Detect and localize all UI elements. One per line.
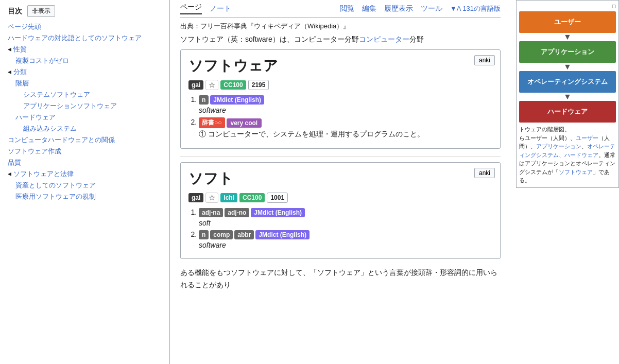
badge-jisho: 辞書○○	[199, 117, 225, 128]
entry1-title: ソフトウェア	[188, 56, 492, 76]
main-content: ページ ノート 閲覧 編集 履歴表示 ツール ▼A 131の言語版 出典：フリー…	[170, 0, 511, 364]
source-line: 出典：フリー百科事典『ウィキペディア（Wikipedia）』	[180, 22, 501, 31]
diagram-box: ◻ ユーザー ▼ アプリケーション ▼ オペレーティングシステム ▼ ハードウェ…	[516, 0, 619, 188]
entry1-def-text: ① コンピューターで、システムを処理・運用するプログラムのこと。	[199, 130, 492, 139]
entry1-def-2: 辞書○○ very cool ① コンピューターで、システムを処理・運用するプロ…	[199, 117, 492, 139]
toc-title: 目次	[8, 7, 22, 16]
badge-abbr: abbr	[234, 230, 254, 239]
tab-view[interactable]: 閲覧	[340, 4, 354, 13]
tab-tools[interactable]: ツール	[421, 4, 442, 13]
badge-cc100-1: CC100	[220, 80, 246, 90]
anki-button-2[interactable]: anki	[474, 168, 495, 178]
sidebar: 目次 非表示 ページ先頭 ハードウェアの対比語としてのソフトウェア ◂ 性質 複…	[0, 0, 170, 364]
entry1-reading-1: software	[199, 106, 492, 114]
sidebar-item-system-sw[interactable]: システムソフトウェア	[23, 91, 90, 98]
sidebar-item-asset[interactable]: 資産としてのソフトウェア	[15, 181, 96, 189]
diagram-user: ユーザー	[519, 11, 616, 33]
entry2-reading-1: soft	[199, 219, 492, 227]
badge-adj-na: adj-na	[199, 208, 223, 217]
sidebar-item-copy[interactable]: 複製コストがゼロ	[15, 57, 69, 64]
sidebar-item-seishitsu[interactable]: 性質	[13, 45, 27, 53]
sidebar-item-top[interactable]: ページ先頭	[8, 23, 41, 30]
sidebar-item-quality[interactable]: 品質	[8, 159, 21, 166]
badge-star-2: ☆	[205, 193, 218, 203]
sidebar-item-kaiso[interactable]: 階層	[15, 79, 29, 87]
entry2-badges: gai ☆ ichi CC100 1001	[188, 193, 492, 203]
arrow-2: ▼	[519, 63, 616, 71]
top-nav: ページ ノート 閲覧 編集 履歴表示 ツール ▼A 131の言語版	[180, 0, 501, 18]
entry1-definitions: n JMdict (English) software 辞書○○ very co…	[199, 95, 492, 139]
badge-gai-1: gai	[188, 80, 203, 90]
tab-note[interactable]: ノート	[210, 4, 231, 13]
sidebar-item-embedded[interactable]: 組み込みシステム	[23, 125, 77, 132]
sidebar-item-medical[interactable]: 医療用ソフトウェアの規制	[15, 193, 96, 200]
cap-link-app[interactable]: アプリケーション	[536, 143, 581, 149]
cap-link-user[interactable]: ユーザー	[576, 135, 598, 141]
cap-link-hw[interactable]: ハードウェア	[564, 152, 598, 158]
badge-comp: comp	[210, 230, 233, 239]
intro-line: ソフトウェア（英：software）は、コンピューター分野コンピューター分野	[180, 35, 501, 44]
badge-jmdict-1: JMdict (English)	[210, 95, 264, 105]
badge-count-1: 2195	[248, 80, 269, 90]
cap-link-sw[interactable]: ソフトウェア	[559, 169, 593, 175]
arrow-1: ▼	[519, 33, 616, 41]
sidebar-item-law[interactable]: ソフトウェアと法律	[13, 170, 74, 178]
sidebar-item-bunrui[interactable]: 分類	[13, 68, 27, 76]
computer-link[interactable]: コンピューター	[359, 35, 409, 43]
action-tabs: 閲覧 編集 履歴表示 ツール ▼A 131の言語版	[340, 4, 501, 13]
sidebar-nav: ページ先頭 ハードウェアの対比語としてのソフトウェア ◂ 性質 複製コストがゼロ…	[8, 22, 162, 201]
arrow-3: ▼	[519, 93, 616, 101]
badge-adj-no: adj-no	[225, 208, 249, 217]
tab-edit[interactable]: 編集	[362, 4, 376, 13]
anki-button-1[interactable]: anki	[474, 55, 495, 65]
badge-ichi-2: ichi	[220, 193, 237, 202]
sidebar-item-app-sw[interactable]: アプリケーションソフトウェア	[23, 102, 117, 110]
diagram-hw: ハードウェア	[519, 101, 616, 123]
badge-verycool: very cool	[227, 118, 262, 128]
diagram-caption: トウェアの階層図。らユーザー（人間）、ユーザー（人間）、アプリケーション、オペレ…	[519, 125, 616, 185]
bottom-text: ある機能をもつソフトウェアに対して、「ソフトウェア」という言葉が接頭辞・形容詞的…	[180, 267, 501, 291]
hide-toc-button[interactable]: 非表示	[27, 5, 55, 17]
entry1-badges: gai ☆ CC100 2195	[188, 80, 492, 90]
entry1-def-1: n JMdict (English) software	[199, 95, 492, 114]
diagram-title-bar: ◻	[519, 3, 616, 9]
badge-jmdict-2: JMdict (English)	[251, 208, 305, 217]
sidebar-item-comp-relation[interactable]: コンピュータハードウェアとの関係	[8, 136, 115, 144]
diagram-minimize-icon[interactable]: ◻	[612, 3, 616, 9]
entry-software: anki ソフトウェア gai ☆ CC100 2195 n JMdict (E…	[180, 49, 501, 149]
badge-count-2: 1001	[267, 193, 288, 203]
sidebar-item-creation[interactable]: ソフトウェア作成	[8, 147, 61, 155]
sidebar-bullet2: ◂	[8, 67, 13, 76]
badge-cc100-2: CC100	[239, 193, 265, 202]
lang-dropdown[interactable]: ▼A 131の言語版	[450, 4, 501, 13]
sidebar-bullet: ◂	[8, 45, 13, 53]
badge-jmdict-3: JMdict (English)	[255, 230, 310, 239]
sidebar-item-hardware[interactable]: ハードウェアの対比語としてのソフトウェア	[8, 34, 142, 42]
entry2-def-1: adj-na adj-no JMdict (English) soft	[199, 208, 492, 227]
badge-gai-2: gai	[188, 193, 203, 202]
entry2-definitions: adj-na adj-no JMdict (English) soft n co…	[199, 208, 492, 249]
badge-star-1: ☆	[205, 80, 218, 90]
badge-n-2: n	[199, 230, 209, 239]
entry2-def-2: n comp abbr JMdict (English) software	[199, 230, 492, 249]
entry2-reading-2: software	[199, 241, 492, 249]
diagram-os: オペレーティングシステム	[519, 71, 616, 93]
right-panel: ◻ ユーザー ▼ アプリケーション ▼ オペレーティングシステム ▼ ハードウェ…	[516, 0, 619, 364]
entry-soft: anki ソフト gai ☆ ichi CC100 1001 adj-na ad…	[180, 162, 501, 259]
badge-n-1: n	[199, 95, 209, 105]
tab-history[interactable]: 履歴表示	[384, 4, 413, 13]
tab-page[interactable]: ページ	[180, 3, 202, 14]
toc-header: 目次 非表示	[8, 5, 162, 17]
entry2-title: ソフト	[188, 169, 492, 188]
page-tabs: ページ ノート	[180, 3, 231, 14]
diagram-app: アプリケーション	[519, 41, 616, 63]
sidebar-item-hardware2[interactable]: ハードウェア	[15, 113, 56, 121]
sidebar-bullet3: ◂	[8, 169, 13, 178]
